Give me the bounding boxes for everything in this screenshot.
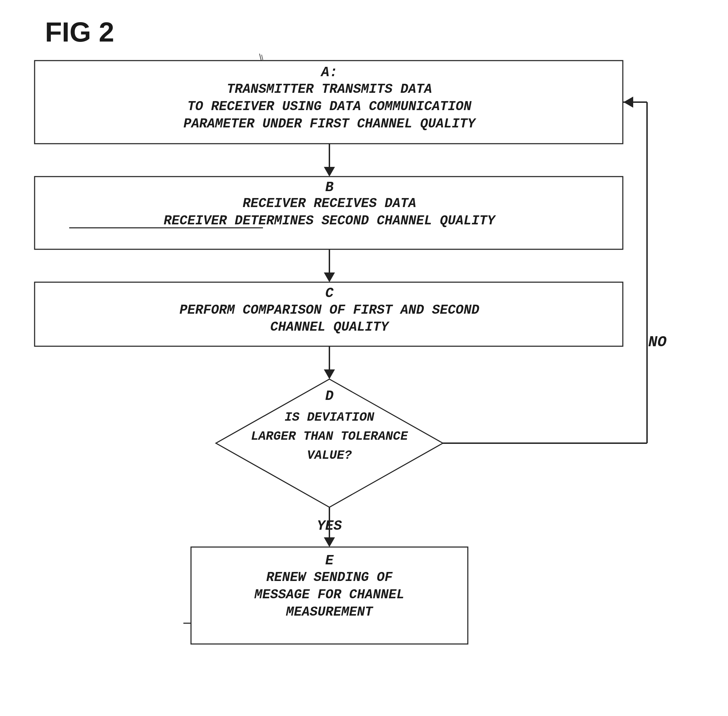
- step-d-line3: VALUE?: [307, 448, 352, 463]
- step-b-label: B: [325, 180, 333, 195]
- step-a-line2: TO RECEIVER USING DATA COMMUNICATION: [188, 99, 472, 114]
- step-a-line3: PARAMETER UNDER FIRST CHANNEL QUALITY: [183, 116, 477, 131]
- step-a-label: A:: [320, 65, 338, 80]
- page-title: FIG 2: [45, 17, 114, 47]
- step-e-line1: RENEW SENDING OF: [266, 570, 393, 585]
- step-e-line3: MEASUREMENT: [286, 605, 374, 619]
- step-c-line2: CHANNEL QUALITY: [270, 320, 390, 334]
- step-b-line1: RECEIVER RECEIVES DATA: [242, 196, 416, 211]
- no-label: NO: [648, 334, 667, 351]
- step-e-line2: MESSAGE FOR CHANNEL: [254, 587, 404, 602]
- step-c-label: C: [325, 286, 334, 301]
- step-a-line1: TRANSMITTER TRANSMITS DATA: [227, 82, 432, 97]
- step-d-label: D: [325, 388, 333, 404]
- step-e-label: E: [325, 553, 334, 569]
- step-d-line1: IS DEVIATION: [285, 410, 374, 425]
- step-b-line2: RECEIVER DETERMINES SECOND CHANNEL QUALI…: [163, 213, 496, 228]
- step-c-line1: PERFORM COMPARISON OF FIRST AND SECOND: [180, 303, 480, 317]
- step-d-line2: LARGER THAN TOLERANCE: [251, 429, 408, 443]
